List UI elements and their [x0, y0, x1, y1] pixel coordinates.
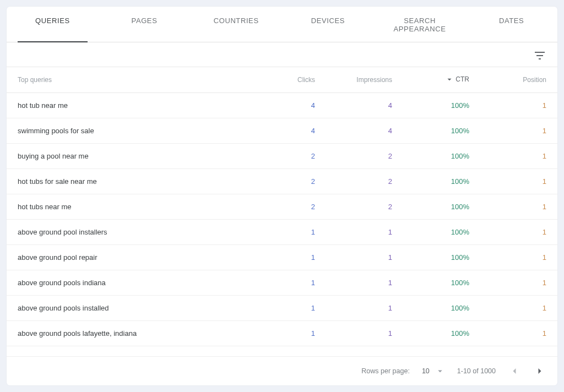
clicks-cell: 4 — [238, 101, 315, 110]
chevron-down-icon — [435, 366, 445, 376]
query-cell: above ground pools installed — [18, 304, 238, 312]
rows-per-page-value: 10 — [422, 367, 430, 375]
arrow-down-icon — [446, 75, 453, 83]
clicks-cell: 4 — [238, 127, 315, 135]
query-cell: above ground pools lafayette, indiana — [18, 329, 238, 337]
ctr-cell: 100% — [392, 127, 469, 135]
table-row[interactable]: hot tub near me44100%1 — [7, 93, 557, 118]
ctr-cell: 100% — [392, 253, 469, 262]
tab-dates[interactable]: DATES — [465, 7, 557, 42]
position-cell: 1 — [469, 329, 546, 337]
impressions-cell: 1 — [315, 279, 392, 287]
clicks-cell: 1 — [238, 304, 315, 312]
position-cell: 1 — [469, 203, 546, 211]
position-cell: 1 — [469, 228, 546, 236]
filter-icon[interactable] — [533, 49, 546, 62]
chevron-right-icon — [534, 366, 545, 377]
ctr-cell: 100% — [392, 152, 469, 160]
table-toolbar — [7, 42, 557, 67]
table-header-row: Top queries Clicks Impressions CTR Posit… — [7, 67, 557, 93]
tab-countries[interactable]: COUNTRIES — [190, 7, 282, 42]
position-cell: 1 — [469, 177, 546, 186]
impressions-cell: 2 — [315, 152, 392, 160]
table-row[interactable]: above ground pools lafayette, indiana111… — [7, 321, 557, 346]
position-cell: 1 — [469, 152, 546, 160]
performance-card: QUERIES PAGES COUNTRIES DEVICES SEARCH A… — [7, 7, 557, 385]
clicks-cell: 2 — [238, 152, 315, 160]
impressions-cell: 4 — [315, 127, 392, 135]
clicks-cell: 1 — [238, 279, 315, 287]
query-cell: hot tub near me — [18, 101, 238, 110]
query-cell: hot tubs near me — [18, 203, 238, 211]
ctr-cell: 100% — [392, 228, 469, 236]
ctr-cell: 100% — [392, 304, 469, 312]
impressions-cell: 1 — [315, 253, 392, 262]
table-row[interactable]: buying a pool near me22100%1 — [7, 144, 557, 169]
column-header-query[interactable]: Top queries — [18, 76, 238, 84]
ctr-cell: 100% — [392, 203, 469, 211]
table-footer: Rows per page: 10 1-10 of 1000 — [7, 356, 557, 385]
column-header-position[interactable]: Position — [469, 76, 546, 84]
ctr-cell: 100% — [392, 279, 469, 287]
table-body: hot tub near me44100%1swimming pools for… — [7, 93, 557, 346]
ctr-cell: 100% — [392, 101, 469, 110]
table-row[interactable]: hot tubs for sale near me22100%1 — [7, 169, 557, 194]
prev-page-button[interactable] — [508, 364, 521, 378]
impressions-cell: 1 — [315, 228, 392, 236]
clicks-cell: 1 — [238, 253, 315, 262]
column-header-clicks[interactable]: Clicks — [238, 76, 315, 84]
tab-pages[interactable]: PAGES — [99, 7, 191, 42]
query-cell: above ground pool repair — [18, 253, 238, 262]
clicks-cell: 1 — [238, 329, 315, 337]
tab-search-appearance[interactable]: SEARCH APPEARANCE — [374, 7, 466, 42]
query-cell: above ground pool installers — [18, 228, 238, 236]
chevron-left-icon — [509, 366, 520, 377]
impressions-cell: 2 — [315, 177, 392, 186]
impressions-cell: 1 — [315, 304, 392, 312]
ctr-cell: 100% — [392, 329, 469, 337]
tab-queries[interactable]: QUERIES — [7, 7, 99, 42]
table-row[interactable]: swimming pools for sale44100%1 — [7, 118, 557, 144]
clicks-cell: 2 — [238, 203, 315, 211]
query-cell: buying a pool near me — [18, 152, 238, 160]
position-cell: 1 — [469, 101, 546, 110]
tab-devices[interactable]: DEVICES — [282, 7, 374, 42]
rows-per-page-label: Rows per page: — [361, 367, 410, 375]
table-row[interactable]: above ground pools installed11100%1 — [7, 296, 557, 321]
impressions-cell: 2 — [315, 203, 392, 211]
position-cell: 1 — [469, 253, 546, 262]
table-row[interactable]: above ground pool repair11100%1 — [7, 245, 557, 270]
position-cell: 1 — [469, 279, 546, 287]
query-cell: above ground pools indiana — [18, 279, 238, 287]
rows-per-page-select[interactable]: 10 — [422, 366, 445, 376]
dimension-tabs: QUERIES PAGES COUNTRIES DEVICES SEARCH A… — [7, 7, 557, 42]
pagination-range: 1-10 of 1000 — [457, 367, 496, 375]
query-cell: swimming pools for sale — [18, 127, 238, 135]
impressions-cell: 4 — [315, 101, 392, 110]
clicks-cell: 2 — [238, 177, 315, 186]
ctr-cell: 100% — [392, 177, 469, 186]
query-cell: hot tubs for sale near me — [18, 177, 238, 186]
clicks-cell: 1 — [238, 228, 315, 236]
impressions-cell: 1 — [315, 329, 392, 337]
table-row[interactable]: hot tubs near me22100%1 — [7, 194, 557, 220]
position-cell: 1 — [469, 304, 546, 312]
table-row[interactable]: above ground pools indiana11100%1 — [7, 270, 557, 296]
column-header-impressions[interactable]: Impressions — [315, 76, 392, 84]
column-header-ctr[interactable]: CTR — [392, 75, 469, 85]
next-page-button[interactable] — [533, 364, 546, 378]
table-row[interactable]: above ground pool installers11100%1 — [7, 220, 557, 245]
position-cell: 1 — [469, 127, 546, 135]
ctr-header-label: CTR — [455, 75, 469, 83]
